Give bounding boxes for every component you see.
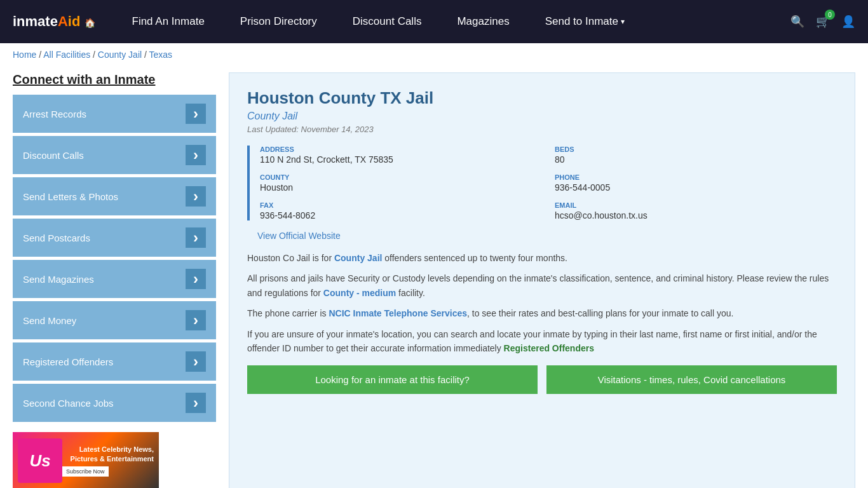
county-jail-link[interactable]: County Jail	[334, 253, 382, 263]
facility-description: Houston Co Jail is for County Jail offen…	[247, 251, 837, 355]
nav-discount-calls[interactable]: Discount Calls	[335, 0, 440, 43]
sidebar-arrow-second-chance-jobs	[186, 393, 206, 413]
county-field: COUNTY Houston	[260, 173, 542, 193]
email-field: EMAIL hcso@co.houston.tx.us	[555, 201, 837, 220]
phone-field: PHONE 936-544-0005	[555, 173, 837, 193]
navbar-icons: 🔍 🛒 0 👤	[790, 15, 855, 29]
sidebar-item-arrest-records[interactable]: Arrest Records	[13, 95, 216, 133]
chevron-right-icon	[193, 146, 198, 164]
facility-info-grid: ADDRESS 110 N 2nd St, Crockett, TX 75835…	[247, 146, 837, 220]
chevron-right-icon	[193, 270, 198, 288]
fax-field: FAX 936-544-8062	[260, 201, 542, 220]
sidebar-item-second-chance-jobs[interactable]: Second Chance Jobs	[13, 384, 216, 422]
beds-field: BEDS 80	[555, 146, 837, 165]
breadcrumb-county-jail[interactable]: County Jail	[98, 50, 142, 60]
find-inmate-button[interactable]: Looking for an inmate at this facility?	[247, 365, 538, 394]
sidebar-arrow-discount-calls	[186, 145, 206, 165]
sidebar-item-discount-calls[interactable]: Discount Calls	[13, 136, 216, 174]
ad-logo: Us	[29, 451, 50, 471]
ncic-link[interactable]: NCIC Inmate Telephone Services	[329, 308, 467, 318]
sidebar-arrow-send-magazines	[186, 269, 206, 289]
sidebar-item-send-money[interactable]: Send Money	[13, 301, 216, 339]
chevron-right-icon	[193, 187, 198, 205]
facility-title: Houston County TX Jail	[247, 88, 837, 108]
chevron-right-icon	[193, 394, 198, 412]
sidebar-arrow-send-money	[186, 310, 206, 330]
breadcrumb: Home / All Facilities / County Jail / Te…	[0, 43, 868, 66]
breadcrumb-state[interactable]: Texas	[149, 50, 173, 60]
nav-send-to-inmate[interactable]: Send to Inmate ▾	[527, 0, 642, 43]
sidebar-title: Connect with an Inmate	[13, 72, 216, 87]
main-content: Connect with an Inmate Arrest Records Di…	[0, 66, 868, 488]
county-medium-link[interactable]: County - medium	[323, 288, 396, 298]
ad-subscribe-button[interactable]: Subscribe Now	[62, 466, 109, 477]
search-icon[interactable]: 🔍	[790, 15, 804, 29]
sidebar-item-send-magazines[interactable]: Send Magazines	[13, 260, 216, 298]
chevron-right-icon	[193, 353, 198, 370]
registered-offenders-link[interactable]: Registered Offenders	[504, 343, 594, 353]
facility-subtitle: County Jail	[247, 111, 837, 122]
sidebar-arrow-arrest-records	[186, 104, 206, 124]
facility-updated: Last Updated: November 14, 2023	[247, 125, 837, 134]
sidebar: Connect with an Inmate Arrest Records Di…	[13, 72, 216, 488]
user-icon[interactable]: 👤	[841, 15, 855, 29]
sidebar-arrow-send-postcards	[186, 227, 206, 248]
dropdown-arrow-icon: ▾	[621, 17, 625, 26]
facility-card: Houston County TX Jail County Jail Last …	[229, 72, 855, 488]
nav-links: Find An Inmate Prison Directory Discount…	[114, 0, 791, 43]
sidebar-item-registered-offenders[interactable]: Registered Offenders	[13, 342, 216, 381]
logo-text: inmateAid 🏠	[13, 13, 95, 30]
cart-icon[interactable]: 🛒 0	[816, 15, 830, 29]
address-field: ADDRESS 110 N 2nd St, Crockett, TX 75835	[260, 146, 542, 165]
ad-content: Latest Celebrity News, Pictures & Entert…	[62, 445, 154, 477]
logo[interactable]: inmateAid 🏠	[13, 13, 95, 30]
sidebar-arrow-send-letters	[186, 186, 206, 207]
chevron-right-icon	[193, 105, 198, 123]
chevron-right-icon	[193, 311, 198, 329]
visitations-button[interactable]: Visitations - times, rules, Covid cancel…	[546, 365, 837, 394]
chevron-right-icon	[193, 229, 198, 247]
breadcrumb-all-facilities[interactable]: All Facilities	[43, 50, 90, 60]
action-buttons: Looking for an inmate at this facility? …	[247, 365, 837, 394]
official-website-link[interactable]: View Official Website	[247, 231, 341, 241]
nav-find-inmate[interactable]: Find An Inmate	[114, 0, 222, 43]
sidebar-arrow-registered-offenders	[186, 351, 206, 372]
navbar: inmateAid 🏠 Find An Inmate Prison Direct…	[0, 0, 868, 43]
cart-badge: 0	[825, 10, 835, 20]
nav-prison-directory[interactable]: Prison Directory	[222, 0, 335, 43]
sidebar-item-send-postcards[interactable]: Send Postcards	[13, 219, 216, 257]
sidebar-item-send-letters[interactable]: Send Letters & Photos	[13, 177, 216, 215]
sidebar-ad: Us Latest Celebrity News, Pictures & Ent…	[13, 432, 159, 488]
nav-magazines[interactable]: Magazines	[439, 0, 527, 43]
breadcrumb-home[interactable]: Home	[13, 50, 36, 60]
